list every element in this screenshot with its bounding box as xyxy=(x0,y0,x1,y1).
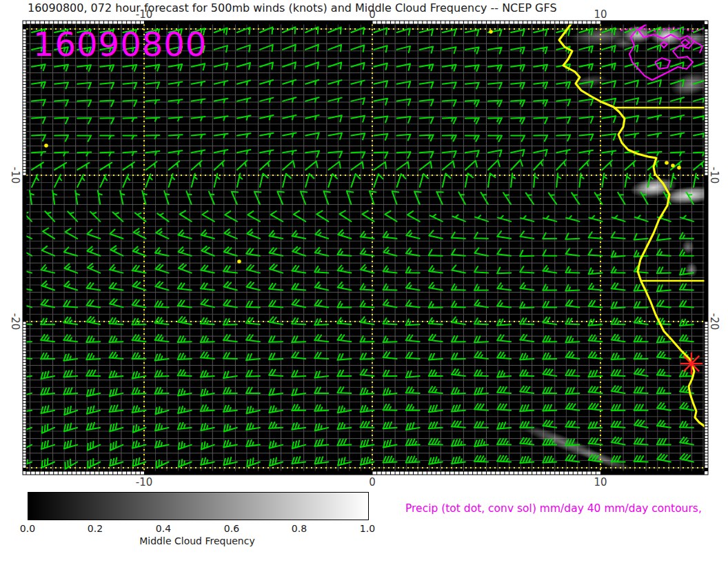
precip-dot xyxy=(671,164,675,168)
forecast-map-page: 16090800, 072 hour forecast for 500mb wi… xyxy=(0,0,728,563)
axis-tick-left-m20: -20 xyxy=(9,313,21,330)
precip-legend-text: Precip (tot dot, conv sol) mm/day 40 mm/… xyxy=(405,502,702,515)
colorbar-label-0.6: 0.6 xyxy=(224,523,239,534)
axis-tick-right-m10: -10 xyxy=(708,167,720,184)
plot-background xyxy=(26,24,705,471)
station-marker-star xyxy=(680,353,702,375)
precip-dot xyxy=(665,161,669,165)
axis-tick-top-m10: -10 xyxy=(136,8,153,21)
axis-tick-bottom-10: 10 xyxy=(594,476,607,488)
colorbar-label-0.8: 0.8 xyxy=(292,523,307,534)
cloud-frequency-colorbar xyxy=(28,492,369,520)
axis-tick-bottom-m10: -10 xyxy=(136,476,153,488)
axis-tick-top-0: 0 xyxy=(369,8,376,21)
map-canvas xyxy=(0,0,728,563)
precip-dot xyxy=(489,30,493,34)
page-title: 16090800, 072 hour forecast for 500mb wi… xyxy=(28,1,557,14)
axis-tick-right-m20: -20 xyxy=(708,313,720,330)
axis-tick-top-10: 10 xyxy=(594,8,607,21)
colorbar-label-0.0: 0.0 xyxy=(20,523,35,534)
colorbar-label-0.2: 0.2 xyxy=(88,523,103,534)
date-stamp: 16090800 xyxy=(33,25,207,63)
colorbar-label-1.0: 1.0 xyxy=(360,523,375,534)
precip-dot xyxy=(677,166,681,170)
axis-tick-bottom-0: 0 xyxy=(369,476,376,488)
precip-dot xyxy=(237,259,241,264)
axis-tick-left-m10: -10 xyxy=(9,167,21,184)
colorbar-label-0.4: 0.4 xyxy=(156,523,171,534)
colorbar-caption: Middle Cloud Frequency xyxy=(139,535,254,546)
precip-dot xyxy=(44,144,48,148)
